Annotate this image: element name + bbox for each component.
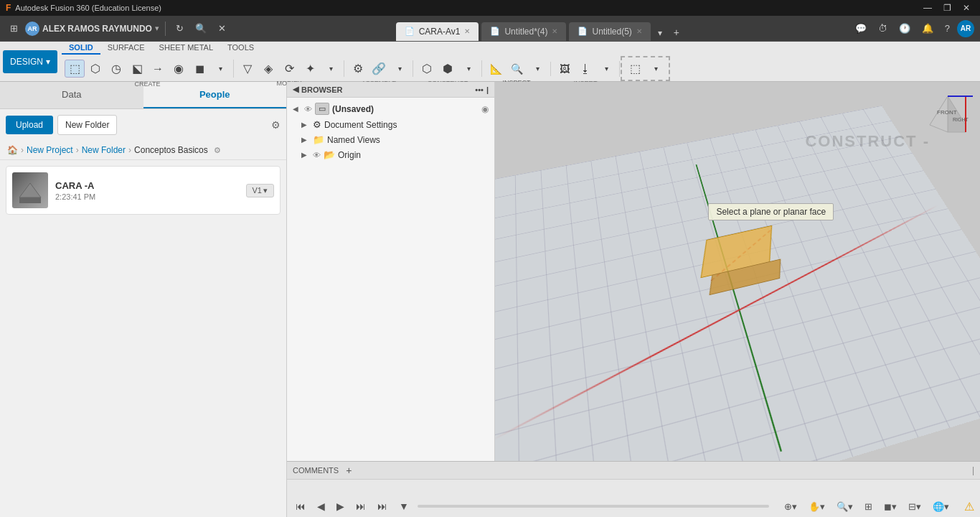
shell-button[interactable]: ⟳ [279,60,299,77]
measure-button[interactable]: 📐 [486,62,506,76]
inspect-more[interactable]: ▾ [527,63,547,74]
origin-folder-icon: 📂 [324,149,335,160]
orbit-button[interactable]: ⊕▾ [781,499,801,514]
tab-close-1[interactable]: ✕ [552,27,557,35]
data-tab[interactable]: Data [0,82,143,108]
minimize-button[interactable]: — [919,1,936,14]
timeline-prev[interactable]: ◀ [314,499,328,513]
origin-eye-icon[interactable]: 👁 [313,151,321,159]
breadcrumb-project[interactable]: New Project [27,145,73,155]
grid-icon[interactable]: ⊞ [6,20,22,37]
close-button[interactable]: ✕ [958,1,974,14]
tab-sheet-metal[interactable]: SHEET METAL [152,42,220,55]
browser-menu-icon[interactable]: ••• [475,85,484,94]
timeline-skip-end[interactable]: ⏭ [374,499,390,513]
joint-button[interactable]: ⚙ [348,60,368,77]
settings-icon[interactable]: ⚙ [271,119,281,131]
clock-icon[interactable]: 🕐 [895,20,915,37]
viewport-canvas[interactable]: Select a plane or planar face FRONT RIGH… [495,82,980,461]
search-icon[interactable]: 🔍 [191,20,211,37]
fillet-button[interactable]: ▽ [237,60,258,77]
svg-rect-1 [19,197,41,203]
sketch-button[interactable]: ⬚ [65,60,85,78]
create-more[interactable]: ▾ [210,63,230,74]
history-icon[interactable]: ⏱ [874,20,892,37]
upload-button[interactable]: Upload [6,116,53,134]
env-button[interactable]: 🌐▾ [929,499,953,514]
new-folder-button[interactable]: New Folder [57,115,117,135]
chamfer-button[interactable]: ◈ [258,60,278,77]
tab-solid[interactable]: SOLID [62,42,100,55]
help-icon[interactable]: ? [941,20,954,37]
create-solid-button[interactable]: ⬡ [85,60,105,77]
eye-icon[interactable]: 👁 [304,105,312,113]
fit-button[interactable]: ⊞ [861,499,876,514]
browser-collapse-icon[interactable]: ◀ [293,85,298,94]
bell-icon[interactable]: 🔔 [918,20,938,37]
comments-add-icon[interactable]: + [346,465,352,476]
tab-tools[interactable]: TOOLS [220,42,261,55]
tab-cara-av1[interactable]: 📄 CARA-Av1 ✕ [396,22,479,41]
design-chevron: ▾ [46,57,50,67]
root-collapse-icon[interactable]: ◀ [293,105,301,113]
chevron-down-icon[interactable]: ▾ [155,24,159,33]
display-button[interactable]: ◼▾ [880,499,900,514]
extrude-button[interactable]: → [148,61,168,77]
refresh-icon[interactable]: ↻ [171,20,188,37]
revolve-button[interactable]: ◷ [106,60,126,77]
tab-dropdown-icon[interactable]: ▾ [654,25,666,41]
axis-button[interactable]: ⬢ [438,60,458,77]
browser-pin-icon[interactable]: | [486,85,489,94]
design-dropdown[interactable]: DESIGN ▾ [3,50,57,73]
grid-button[interactable]: ⊟▾ [905,499,925,514]
sweep-button[interactable]: ⬕ [127,60,147,77]
joint2-button[interactable]: 🔗 [369,60,389,77]
timeline-filter[interactable]: ▼ [396,499,412,513]
visibility-icon[interactable]: ◉ [481,104,489,114]
inspect2-button[interactable]: 🔍 [507,62,527,76]
tab-surface[interactable]: SURFACE [100,42,152,55]
doc-settings-expand[interactable]: ▶ [301,121,310,129]
people-tab[interactable]: People [143,82,287,108]
timeline-next[interactable]: ⏭ [353,499,369,513]
version-badge[interactable]: V1 ▾ [246,184,274,197]
timeline-play[interactable]: ▶ [334,499,347,513]
timeline-skip-start[interactable]: ⏮ [293,499,308,513]
tab-add-button[interactable]: + [668,24,685,41]
origin-expand[interactable]: ▶ [301,151,310,159]
comments-collapse-icon[interactable]: | [972,465,974,475]
tab-untitled5[interactable]: 📄 Untitled(5) ✕ [569,22,650,41]
nav-cube[interactable]: FRONT RIGHT [923,89,973,139]
warning-icon[interactable]: ⚠ [964,500,974,513]
assemble-more[interactable]: ▾ [390,63,410,74]
insert-img-button[interactable]: 🖼 [555,62,575,76]
zoom-button[interactable]: 🔍▾ [833,499,857,514]
user-avatar-icon[interactable]: AR [957,20,974,37]
pan-button[interactable]: ✋▾ [805,499,829,514]
insert2-button[interactable]: ⭳ [575,61,595,77]
tab-close-2[interactable]: ✕ [636,27,642,35]
breadcrumb-folder[interactable]: New Folder [82,145,126,155]
named-views-expand[interactable]: ▶ [301,136,310,144]
modify-more[interactable]: ▾ [321,63,341,74]
maximize-button[interactable]: ❐ [939,1,956,14]
construct-more[interactable]: ▾ [458,63,479,74]
browser-named-views[interactable]: ▶ 📁 Named Views [287,132,494,147]
file-item[interactable]: CARA -A 2:23:41 PM V1 ▾ [6,166,281,215]
select-button[interactable]: ⬚ [625,60,645,77]
select-more[interactable]: ▾ [646,63,666,74]
notification-icon[interactable]: 💬 [851,20,871,37]
tab-close-0[interactable]: ✕ [464,27,470,35]
breadcrumb-home[interactable]: 🏠 [7,145,18,155]
tab-untitled4[interactable]: 📄 Untitled*(4) ✕ [481,22,566,41]
hole-button[interactable]: ◉ [169,60,189,77]
close-panel-icon[interactable]: ✕ [214,20,230,37]
thread-button[interactable]: ◼ [189,60,209,77]
breadcrumb-settings-icon[interactable]: ⚙ [214,146,221,155]
browser-origin[interactable]: ▶ 👁 📂 Origin [287,147,494,162]
browser-doc-settings[interactable]: ▶ ⚙ Document Settings [287,117,494,132]
plane-button[interactable]: ⬡ [417,60,437,77]
insert-more[interactable]: ▾ [596,63,616,74]
combine-button[interactable]: ✦ [300,60,320,77]
browser-root-row[interactable]: ◀ 👁 ▭ (Unsaved) ◉ [287,101,494,117]
